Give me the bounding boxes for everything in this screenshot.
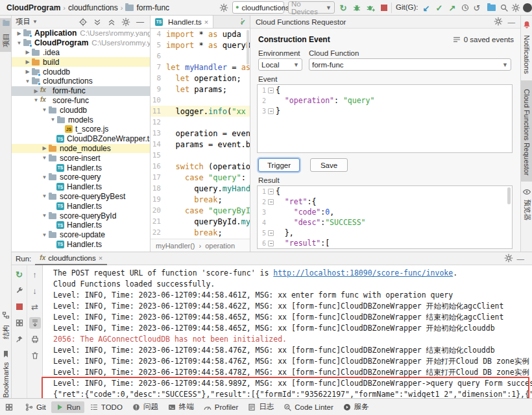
rollback-button[interactable]: ↺	[471, 2, 483, 14]
tree-item-cloudfunctions[interactable]: ▼cloudfunctions	[12, 77, 150, 86]
hide-panel-button[interactable]: —	[134, 18, 146, 27]
tree-item-build[interactable]: ▶build	[12, 57, 150, 67]
tree-item-models[interactable]: ▼models	[12, 115, 150, 124]
console-link[interactable]: http://localhost:18090/score-func/invoke	[273, 268, 453, 278]
history-button[interactable]	[459, 2, 471, 14]
tree-item-handler-ts[interactable]: TSHandler.ts	[12, 220, 150, 230]
statusbar-item-git[interactable]: Git	[21, 401, 50, 413]
scroll-to-end-icon[interactable]	[29, 317, 41, 329]
rerun-button[interactable]: ↻	[337, 2, 349, 14]
statusbar-item-log[interactable]: 日志	[243, 401, 278, 413]
debug-button[interactable]	[351, 2, 363, 14]
tree-item-handler-ts[interactable]: TSHandler.ts	[12, 201, 150, 211]
tree-item-t-score-js[interactable]: JSt_score.js	[12, 124, 150, 134]
tree-item-score-insert[interactable]: ▼score-insert	[12, 153, 150, 163]
close-tab-icon[interactable]: ×	[99, 254, 103, 262]
tree-item-clouddbzonewrapper-ts[interactable]: TSCloudDBZoneWrapper.ts	[12, 134, 150, 144]
breadcrumb-folder[interactable]: cloudfunctions	[68, 3, 118, 12]
tree-item-cloudprogram[interactable]: ▼CloudProgramC:\Users\rommy.yang\	[12, 38, 150, 48]
tree-item-form-func[interactable]: ▶form-func	[12, 86, 150, 96]
close-tab-icon[interactable]: ×	[204, 18, 208, 26]
toolwindow-toggle-icon[interactable]	[4, 403, 14, 412]
tree-item-score-query[interactable]: ▼score-query	[12, 172, 150, 182]
stop-button[interactable]	[14, 301, 25, 313]
statusbar-item-profiler[interactable]: Profiler	[199, 401, 242, 413]
down-stack-trace-button[interactable]: ↓	[29, 285, 41, 296]
run-tab-cloudfunctions[interactable]: fx cloudfunctions ×	[35, 252, 107, 265]
saved-events[interactable]: 0 saved events	[452, 35, 514, 44]
statusbar-item-service[interactable]: 服务	[339, 401, 373, 413]
typescript-file-icon: TS	[155, 18, 163, 26]
sidebar-tab-project[interactable]: 项目	[0, 18, 12, 52]
environment-select[interactable]: Local▼	[258, 58, 302, 71]
statusbar-item-todo[interactable]: TODO	[86, 401, 127, 413]
tree-item--idea[interactable]: ▶.idea	[12, 48, 150, 58]
run-hide-button[interactable]: —	[513, 255, 529, 263]
event-json-editor[interactable]: 1{2 "operation": "query"3}	[257, 84, 513, 153]
result-json-editor[interactable]: 1{2 "ret":{3 "code":0,4 "desc":"SUCCESS"…	[257, 185, 513, 249]
editor-scrollbar[interactable]	[247, 30, 249, 65]
statusbar-item-problem[interactable]: 问题	[128, 401, 162, 413]
statusbar-item-lint[interactable]: Code Linter	[279, 401, 337, 413]
sidebar-tab-notifications[interactable]: Notifications	[521, 18, 532, 78]
stop-button[interactable]	[378, 2, 390, 14]
save-button[interactable]: Save	[310, 158, 348, 172]
tree-item-score-func[interactable]: ▼score-func	[12, 96, 150, 106]
breadcrumb-member[interactable]: operation	[205, 242, 235, 250]
tree-item-clouddb[interactable]: ▶clouddb	[12, 67, 150, 77]
sidebar-tab-previewer[interactable]: 预览器	[521, 185, 532, 222]
collapse-all-button[interactable]	[106, 18, 117, 27]
device-selector[interactable]: No Devices▼	[288, 1, 335, 14]
console-output[interactable]: The POST request URL of function 'score-…	[43, 265, 532, 399]
up-stack-trace-button[interactable]: ↑	[29, 268, 41, 280]
requestor-hide-button[interactable]: —	[508, 18, 516, 26]
pin-tab-icon[interactable]	[14, 333, 25, 345]
tree-item-score-querybybest[interactable]: ▼score-queryByBest	[12, 192, 150, 202]
restore-layout-icon[interactable]	[14, 317, 25, 329]
project-settings-gear-icon[interactable]	[120, 18, 132, 27]
git-commit-button[interactable]: ✓	[433, 2, 445, 14]
statusbar-item-run[interactable]: Run	[51, 401, 84, 413]
editor-tab-handler-ts[interactable]: TS Handler.ts ×	[151, 16, 213, 28]
run-config-gear-icon[interactable]	[218, 2, 230, 14]
result-scrollbar[interactable]	[507, 187, 511, 204]
print-icon[interactable]	[29, 333, 41, 345]
tree-item-clouddb[interactable]: ▼clouddb	[12, 105, 150, 115]
sidebar-tab-bookmarks[interactable]: Bookmarks	[0, 348, 12, 399]
breadcrumb-method[interactable]: myHandler()	[156, 242, 195, 250]
git-push-button[interactable]: ↗	[446, 2, 458, 14]
edit-configuration-wrench-icon[interactable]	[14, 285, 25, 296]
tree-item-handler-ts[interactable]: TSHandler.ts	[12, 182, 150, 192]
editor-code-area[interactable]: 4import * as upda5import * as queryBy67l…	[151, 29, 250, 239]
tree-item-handler-ts[interactable]: TSHandler.ts	[12, 163, 150, 172]
run-config-selector[interactable]: ● cloudfunctions▼	[232, 1, 284, 14]
tree-item-application[interactable]: ▶ApplicationC:\Users\rommy.yang\Dev	[12, 29, 150, 38]
statusbar-item-terminal[interactable]: 终端	[163, 401, 198, 413]
run-settings-gear-icon[interactable]	[504, 254, 513, 264]
breadcrumb-project[interactable]: CloudProgram	[6, 3, 60, 12]
search-everywhere-button[interactable]	[498, 2, 510, 14]
clear-console-trash-icon[interactable]	[29, 350, 41, 361]
settings-gear-icon[interactable]	[510, 2, 522, 14]
tree-item-score-update[interactable]: ▼score-update	[12, 230, 150, 240]
locate-file-button[interactable]	[77, 18, 89, 27]
project-panel-title[interactable]: 项目	[16, 17, 30, 27]
cloud-function-select[interactable]: form-func▼	[309, 58, 511, 71]
git-update-button[interactable]: ↙	[420, 2, 432, 14]
attach-debugger-button[interactable]	[365, 2, 376, 14]
sidebar-tab-structure[interactable]: 结构	[0, 309, 12, 342]
profile-avatar[interactable]	[522, 2, 532, 14]
code-line: 11 logger.info("xx e	[151, 106, 250, 117]
breadcrumb-current[interactable]: form-func	[136, 3, 169, 12]
soft-wrap-icon[interactable]: ⇄	[29, 301, 41, 313]
tree-item-score-querybyid[interactable]: ▼score-queryById	[12, 211, 150, 220]
requestor-gear-icon[interactable]	[494, 17, 503, 27]
tree-item-node-modules[interactable]: ▶node_modules	[12, 144, 150, 154]
expand-all-button[interactable]	[91, 18, 103, 27]
project-toolwindow-icon[interactable]	[485, 2, 497, 14]
console-line: Cloud Functions loaded successfully.	[53, 279, 532, 290]
trigger-button[interactable]: Trigger	[258, 158, 300, 172]
sidebar-tab-cloud-functions-requestor[interactable]: Cloud Functions Requestor	[521, 80, 532, 182]
rerun-button[interactable]: ↻	[14, 268, 25, 280]
tree-item-handler-ts[interactable]: TSHandler.ts	[12, 240, 150, 250]
